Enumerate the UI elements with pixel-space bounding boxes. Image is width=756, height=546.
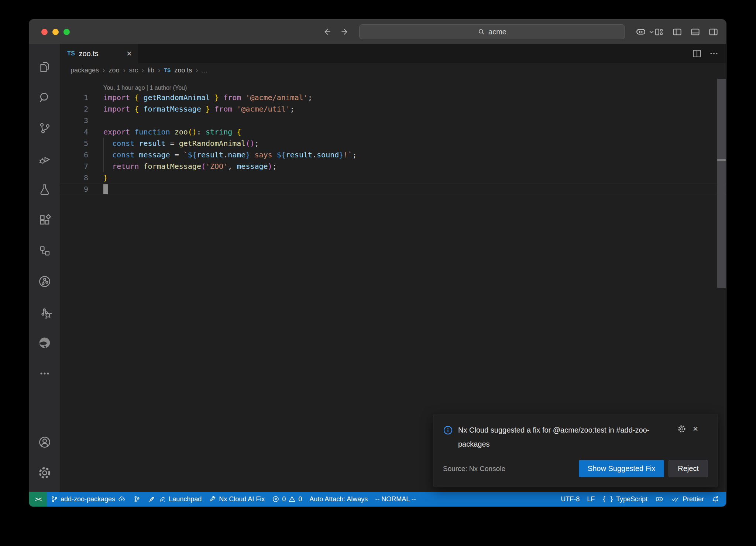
tab-zoo-ts[interactable]: TS zoo.ts × bbox=[60, 44, 138, 63]
notification-message: Nx Cloud suggested a fix for @acme/zoo:t… bbox=[458, 423, 672, 451]
breadcrumb-file[interactable]: zoo.ts bbox=[174, 66, 192, 74]
close-window-button[interactable] bbox=[41, 29, 48, 35]
code-lines: 1import { getRandomAnimal } from '@acme/… bbox=[60, 92, 726, 195]
code-text: import { getRandomAnimal } from '@acme/a… bbox=[88, 92, 726, 103]
line-number[interactable]: 8 bbox=[60, 172, 88, 184]
settings-gear-icon[interactable] bbox=[29, 457, 60, 488]
toggle-panel-icon[interactable] bbox=[691, 27, 700, 37]
breadcrumb-item[interactable]: zoo bbox=[109, 66, 119, 74]
line-number[interactable]: 9 bbox=[60, 184, 88, 195]
line-number[interactable]: 6 bbox=[60, 149, 88, 161]
error-count: 0 bbox=[282, 495, 286, 503]
maximize-window-button[interactable] bbox=[63, 29, 70, 35]
code-line-8[interactable]: 8} bbox=[60, 172, 726, 184]
minimize-window-button[interactable] bbox=[52, 29, 59, 35]
search-sidebar-icon[interactable] bbox=[29, 82, 60, 113]
language-mode-item[interactable]: { } TypeScript bbox=[598, 492, 651, 506]
launchpad-item[interactable]: Launchpad bbox=[144, 492, 205, 506]
breadcrumb-item[interactable]: lib bbox=[148, 66, 154, 74]
prettier-check-icon bbox=[671, 495, 680, 503]
code-text bbox=[88, 115, 726, 126]
line-number[interactable]: 5 bbox=[60, 138, 88, 149]
code-line-1[interactable]: 1import { getRandomAnimal } from '@acme/… bbox=[60, 92, 726, 103]
customize-layout-icon[interactable] bbox=[654, 27, 664, 37]
indent-guide bbox=[103, 138, 104, 149]
line-number[interactable]: 2 bbox=[60, 103, 88, 115]
nx-cloud-icon[interactable] bbox=[29, 297, 60, 327]
code-line-4[interactable]: 4export function zoo(): string { bbox=[60, 126, 726, 138]
git-branch-item[interactable]: add-zoo-packages bbox=[47, 492, 130, 506]
encoding-item[interactable]: UTF-8 bbox=[557, 492, 583, 506]
toggle-primary-sidebar-icon[interactable] bbox=[673, 27, 682, 37]
back-arrow-icon[interactable] bbox=[322, 27, 332, 37]
branch-name: add-zoo-packages bbox=[61, 495, 115, 503]
source-control-icon[interactable] bbox=[29, 113, 60, 143]
auto-attach-label: Auto Attach: Always bbox=[309, 495, 368, 503]
split-editor-icon[interactable] bbox=[692, 49, 702, 58]
nx-cloud-ai-fix-item[interactable]: Nx Cloud AI Fix bbox=[205, 492, 268, 506]
command-center-search[interactable]: acme bbox=[359, 24, 625, 39]
braces-icon: { } bbox=[602, 495, 614, 503]
close-tab-icon[interactable]: × bbox=[127, 49, 132, 58]
toggle-secondary-sidebar-icon[interactable] bbox=[709, 27, 718, 37]
forward-arrow-icon[interactable] bbox=[340, 27, 350, 37]
desktop-background: acme bbox=[0, 0, 756, 546]
language-label: TypeScript bbox=[616, 495, 647, 503]
notifications-item[interactable] bbox=[708, 492, 723, 506]
vim-mode-item[interactable]: -- NORMAL -- bbox=[371, 492, 419, 506]
line-number[interactable]: 3 bbox=[60, 115, 88, 126]
copilot-icon bbox=[655, 495, 664, 503]
account-icon[interactable] bbox=[29, 427, 60, 457]
indent-guide bbox=[103, 161, 104, 172]
chevron-right-icon: › bbox=[142, 66, 144, 74]
code-line-6[interactable]: 6 const message = `${result.name} says $… bbox=[60, 149, 726, 161]
cloud-upload-icon bbox=[118, 495, 126, 503]
nx-console-icon[interactable] bbox=[29, 266, 60, 297]
close-icon[interactable]: × bbox=[693, 424, 698, 433]
indent-guide bbox=[103, 149, 104, 161]
info-icon bbox=[443, 423, 453, 435]
overview-ruler-cursor-marker bbox=[717, 159, 726, 161]
tab-label: zoo.ts bbox=[79, 50, 98, 58]
edge-browser-icon[interactable] bbox=[29, 327, 60, 358]
gear-icon[interactable] bbox=[677, 424, 686, 433]
prettier-item[interactable]: Prettier bbox=[667, 492, 708, 506]
reject-button[interactable]: Reject bbox=[669, 460, 708, 477]
codelens-blame[interactable]: You, 1 hour ago | 1 author (You) bbox=[60, 77, 726, 92]
notification-toast: Nx Cloud suggested a fix for @acme/zoo:t… bbox=[433, 414, 718, 487]
prettier-label: Prettier bbox=[683, 495, 704, 503]
auto-attach-item[interactable]: Auto Attach: Always bbox=[306, 492, 371, 506]
code-line-9[interactable]: 9 bbox=[60, 184, 726, 195]
more-views-icon[interactable] bbox=[29, 358, 60, 389]
run-and-debug-icon[interactable] bbox=[29, 143, 60, 174]
code-line-2[interactable]: 2import { formatMessage } from '@acme/ut… bbox=[60, 103, 726, 115]
encoding-label: UTF-8 bbox=[561, 495, 580, 503]
remote-indicator[interactable]: >< bbox=[29, 492, 47, 506]
project-structure-icon[interactable] bbox=[29, 235, 60, 266]
line-number[interactable]: 4 bbox=[60, 126, 88, 138]
copilot-menu[interactable] bbox=[635, 27, 654, 37]
code-text bbox=[88, 184, 726, 195]
eol-item[interactable]: LF bbox=[583, 492, 598, 506]
show-suggested-fix-button[interactable]: Show Suggested Fix bbox=[579, 460, 664, 477]
wrench-icon bbox=[209, 495, 216, 503]
explorer-icon[interactable] bbox=[29, 51, 60, 82]
code-line-7[interactable]: 7 return formatMessage('ZOO', message); bbox=[60, 161, 726, 172]
line-number[interactable]: 1 bbox=[60, 92, 88, 103]
more-actions-icon[interactable] bbox=[709, 49, 719, 58]
code-text: const result = getRandomAnimal(); bbox=[88, 138, 726, 149]
copilot-status-item[interactable] bbox=[651, 492, 667, 506]
problems-item[interactable]: 0 0 bbox=[268, 492, 306, 506]
source-control-graph-item[interactable] bbox=[130, 492, 144, 506]
code-line-3[interactable]: 3 bbox=[60, 115, 726, 126]
line-number[interactable]: 7 bbox=[60, 161, 88, 172]
breadcrumb-tail[interactable]: ... bbox=[202, 66, 207, 74]
breadcrumb-item[interactable]: src bbox=[129, 66, 138, 74]
code-line-5[interactable]: 5 const result = getRandomAnimal(); bbox=[60, 138, 726, 149]
extensions-icon[interactable] bbox=[29, 205, 60, 235]
editor-scrollbar[interactable] bbox=[717, 79, 726, 288]
title-bar: acme bbox=[29, 20, 726, 44]
testing-icon[interactable] bbox=[29, 174, 60, 205]
breadcrumb-item[interactable]: packages bbox=[71, 66, 99, 74]
search-value: acme bbox=[488, 28, 506, 36]
